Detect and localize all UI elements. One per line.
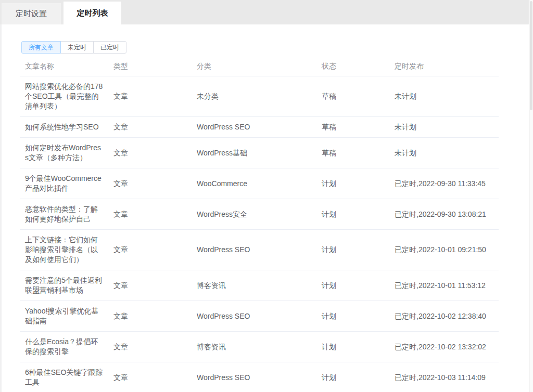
cell-category: WordPress SEO [192,301,316,332]
filter-all-articles[interactable]: 所有文章 [21,41,61,54]
cell-scheduled-publish: 已定时,2022-09-30 13:08:21 [389,199,499,230]
table-row: 网站搜索优化必备的178个SEO工具（最完整的清单列表）文章未分类草稿未计划 [20,76,499,117]
cell-type: 文章 [108,332,192,362]
table-row: 9个最佳WooCommerce产品对比插件文章WooCommerce计划已定时,… [20,168,499,199]
cell-article-name: 9个最佳WooCommerce产品对比插件 [20,168,108,199]
cell-category: WordPress SEO [192,230,316,270]
content-panel: 所有文章未定时已定时 文章名称类型分类状态定时发布 网站搜索优化必备的178个S… [2,24,529,392]
cell-article-name: 如何定时发布WordPress文章（多种方法） [20,138,108,168]
cell-scheduled-publish: 未计划 [389,76,499,117]
cell-scheduled-publish: 已定时,2022-10-01 09:21:50 [389,230,499,270]
articles-table: 文章名称类型分类状态定时发布 网站搜索优化必备的178个SEO工具（最完整的清单… [20,57,499,392]
cell-category: 博客资讯 [192,332,316,362]
cell-article-name: 上下文链接：它们如何影响搜索引擎排名（以及如何使用它们） [20,230,108,270]
column-header-status: 状态 [316,57,389,76]
cell-type: 文章 [108,117,192,138]
table-row: 需要注意的5个最佳返利联盟营销利基市场文章博客资讯计划已定时,2022-10-0… [20,270,499,301]
page-root: 定时设置 定时列表 所有文章未定时已定时 文章名称类型分类状态定时发布 网站搜索… [0,0,533,392]
cell-status: 计划 [316,362,389,392]
cell-status: 计划 [316,199,389,230]
cell-category: 博客资讯 [192,270,316,301]
filter-scheduled[interactable]: 已定时 [93,41,126,54]
column-header-article-name: 文章名称 [20,57,108,76]
scrollbar-thumb[interactable] [530,1,532,110]
cell-status: 计划 [316,301,389,332]
column-header-scheduled-publish: 定时发布 [389,57,499,76]
cell-article-name: 什么是Ecosia？提倡环保的搜索引擎 [20,332,108,362]
filter-unscheduled[interactable]: 未定时 [60,41,94,54]
column-header-category: 分类 [192,57,316,76]
cell-status: 草稿 [316,76,389,117]
cell-category: WordPress SEO [192,362,316,392]
tab-timing-settings[interactable]: 定时设置 [2,3,61,24]
cell-status: 草稿 [316,117,389,138]
table-row: 恶意软件的类型：了解如何更好地保护自己文章WordPress安全计划已定时,20… [20,199,499,230]
table-row: 6种最佳SEO关键字跟踪工具文章WordPress SEO计划已定时,2022-… [20,362,499,392]
cell-scheduled-publish: 已定时,2022-10-03 11:14:09 [389,362,499,392]
cell-type: 文章 [108,199,192,230]
cell-type: 文章 [108,301,192,332]
cell-category: WordPress基础 [192,138,316,168]
cell-article-name: 6种最佳SEO关键字跟踪工具 [20,362,108,392]
cell-category: WooCommerce [192,168,316,199]
scrollbar-track[interactable] [529,0,533,392]
cell-status: 计划 [316,332,389,362]
filter-group: 所有文章未定时已定时 [21,41,126,54]
cell-category: WordPress SEO [192,117,316,138]
cell-type: 文章 [108,230,192,270]
table-row: 什么是Ecosia？提倡环保的搜索引擎文章博客资讯计划已定时,2022-10-0… [20,332,499,362]
cell-article-name: 网站搜索优化必备的178个SEO工具（最完整的清单列表） [20,76,108,117]
cell-scheduled-publish: 未计划 [389,117,499,138]
table-row: 如何系统性地学习SEO文章WordPress SEO草稿未计划 [20,117,499,138]
table-row: 上下文链接：它们如何影响搜索引擎排名（以及如何使用它们）文章WordPress … [20,230,499,270]
cell-status: 计划 [316,270,389,301]
cell-scheduled-publish: 已定时,2022-10-01 11:53:12 [389,270,499,301]
cell-type: 文章 [108,138,192,168]
tab-timing-list[interactable]: 定时列表 [64,2,121,24]
cell-type: 文章 [108,76,192,117]
table-row: Yahoo!搜索引擎优化基础指南文章WordPress SEO计划已定时,202… [20,301,499,332]
cell-scheduled-publish: 已定时,2022-10-02 13:32:02 [389,332,499,362]
cell-article-name: 如何系统性地学习SEO [20,117,108,138]
cell-article-name: 恶意软件的类型：了解如何更好地保护自己 [20,199,108,230]
table-row: 如何定时发布WordPress文章（多种方法）文章WordPress基础草稿未计… [20,138,499,168]
cell-scheduled-publish: 未计划 [389,138,499,168]
cell-scheduled-publish: 已定时,2022-09-30 11:33:45 [389,168,499,199]
cell-scheduled-publish: 已定时,2022-10-02 12:38:40 [389,301,499,332]
cell-status: 草稿 [316,138,389,168]
cell-type: 文章 [108,362,192,392]
cell-category: 未分类 [192,76,316,117]
cell-type: 文章 [108,168,192,199]
cell-status: 计划 [316,168,389,199]
table-header-row: 文章名称类型分类状态定时发布 [20,57,499,76]
cell-article-name: Yahoo!搜索引擎优化基础指南 [20,301,108,332]
tab-bar: 定时设置 定时列表 [0,0,533,24]
cell-category: WordPress安全 [192,199,316,230]
cell-type: 文章 [108,270,192,301]
cell-status: 计划 [316,230,389,270]
column-header-type: 类型 [108,57,192,76]
cell-article-name: 需要注意的5个最佳返利联盟营销利基市场 [20,270,108,301]
